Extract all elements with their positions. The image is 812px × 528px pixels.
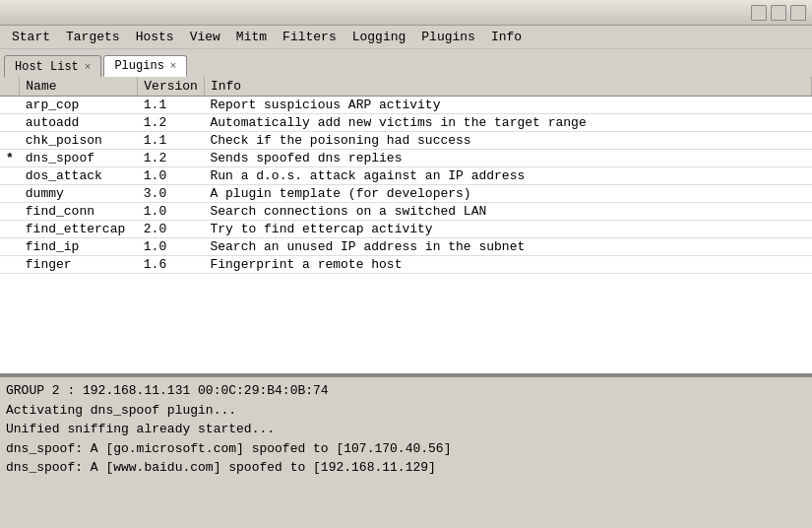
plugin-version: 1.1: [138, 132, 205, 150]
plugin-marker: [0, 132, 20, 150]
plugin-version: 1.1: [138, 97, 205, 114]
menu-item-start[interactable]: Start: [4, 28, 58, 46]
main-content: Name Version Info arp_cop1.1Report suspi…: [0, 77, 812, 528]
plugin-version: 3.0: [138, 185, 205, 203]
table-header-row: Name Version Info: [0, 77, 812, 97]
plugin-marker: [0, 167, 20, 185]
plugin-name: dns_spoof: [20, 150, 138, 167]
log-pane[interactable]: GROUP 2 : 192.168.11.131 00:0C:29:B4:0B:…: [0, 375, 812, 528]
log-line: dns_spoof: A [go.microsoft.com] spoofed …: [6, 439, 806, 459]
plugin-tbody: arp_cop1.1Report suspicious ARP activity…: [0, 97, 812, 274]
log-line: Unified sniffing already started...: [6, 420, 806, 439]
plugin-info: A plugin template (for developers): [204, 185, 811, 203]
plugin-version: 1.6: [138, 256, 205, 274]
window-controls[interactable]: [751, 5, 806, 21]
tab-close-icon[interactable]: ×: [85, 61, 92, 73]
menu-item-hosts[interactable]: Hosts: [128, 28, 182, 46]
tab-bar: Host List×Plugins×: [0, 49, 812, 77]
plugin-version: 1.0: [138, 238, 205, 256]
plugin-info: Report suspicious ARP activity: [204, 97, 811, 114]
plugin-name: find_ettercap: [20, 221, 138, 238]
table-row[interactable]: finger1.6Fingerprint a remote host: [0, 256, 812, 274]
plugin-info: Try to find ettercap activity: [204, 221, 811, 238]
log-line: Activating dns_spoof plugin...: [6, 401, 806, 421]
plugin-table-wrapper[interactable]: Name Version Info arp_cop1.1Report suspi…: [0, 77, 812, 373]
plugin-version: 2.0: [138, 221, 205, 238]
table-row[interactable]: find_ettercap2.0Try to find ettercap act…: [0, 221, 812, 238]
menu-item-logging[interactable]: Logging: [344, 28, 414, 46]
plugin-version: 1.2: [138, 114, 205, 132]
plugin-name: chk_poison: [20, 132, 138, 150]
menu-item-view[interactable]: View: [182, 28, 228, 46]
tab-label: Plugins: [114, 59, 163, 73]
plugin-info: Automatically add new victims in the tar…: [204, 114, 811, 132]
menu-item-plugins[interactable]: Plugins: [413, 28, 483, 46]
plugin-info: Search connections on a switched LAN: [204, 203, 811, 221]
plugin-marker: [0, 203, 20, 221]
plugin-marker: [0, 97, 20, 114]
title-bar: [0, 0, 812, 26]
menu-item-targets[interactable]: Targets: [58, 28, 128, 46]
tab-host-list[interactable]: Host List×: [4, 55, 101, 77]
col-header-version: Version: [138, 77, 205, 97]
plugin-name: find_ip: [20, 238, 138, 256]
tab-close-icon[interactable]: ×: [170, 60, 177, 72]
plugin-name: find_conn: [20, 203, 138, 221]
table-row[interactable]: find_ip1.0Search an unused IP address in…: [0, 238, 812, 256]
plugin-info: Fingerprint a remote host: [204, 256, 811, 274]
menu-bar: StartTargetsHostsViewMitmFiltersLoggingP…: [0, 26, 812, 49]
table-row[interactable]: *dns_spoof1.2Sends spoofed dns replies: [0, 150, 812, 167]
log-line: GROUP 2 : 192.168.11.131 00:0C:29:B4:0B:…: [6, 381, 806, 401]
close-button[interactable]: [790, 5, 806, 21]
table-row[interactable]: find_conn1.0Search connections on a swit…: [0, 203, 812, 221]
plugin-info: Check if the poisoning had success: [204, 132, 811, 150]
plugin-name: arp_cop: [20, 97, 138, 114]
menu-item-mitm[interactable]: Mitm: [228, 28, 275, 46]
table-row[interactable]: dummy3.0A plugin template (for developer…: [0, 185, 812, 203]
menu-item-info[interactable]: Info: [483, 28, 530, 46]
plugin-name: finger: [20, 256, 138, 274]
plugin-version: 1.0: [138, 167, 205, 185]
plugin-table: Name Version Info arp_cop1.1Report suspi…: [0, 77, 812, 274]
table-row[interactable]: dos_attack1.0Run a d.o.s. attack against…: [0, 167, 812, 185]
plugin-info: Run a d.o.s. attack against an IP addres…: [204, 167, 811, 185]
plugin-marker: *: [0, 150, 20, 167]
plugin-name: autoadd: [20, 114, 138, 132]
plugin-version: 1.0: [138, 203, 205, 221]
plugin-info: Search an unused IP address in the subne…: [204, 238, 811, 256]
tab-plugins[interactable]: Plugins×: [103, 55, 187, 77]
plugin-marker: [0, 185, 20, 203]
plugin-name: dummy: [20, 185, 138, 203]
table-row[interactable]: chk_poison1.1Check if the poisoning had …: [0, 132, 812, 150]
plugin-marker: [0, 256, 20, 274]
plugin-marker: [0, 238, 20, 256]
maximize-button[interactable]: [771, 5, 786, 21]
plugin-name: dos_attack: [20, 167, 138, 185]
log-line: dns_spoof: A [www.baidu.com] spoofed to …: [6, 458, 806, 478]
col-header-info: Info: [204, 77, 811, 97]
minimize-button[interactable]: [751, 5, 767, 21]
col-header-marker: [0, 77, 20, 97]
tab-label: Host List: [15, 60, 79, 74]
table-row[interactable]: arp_cop1.1Report suspicious ARP activity: [0, 97, 812, 114]
plugin-marker: [0, 221, 20, 238]
plugin-version: 1.2: [138, 150, 205, 167]
col-header-name: Name: [20, 77, 138, 97]
plugin-info: Sends spoofed dns replies: [204, 150, 811, 167]
menu-item-filters[interactable]: Filters: [275, 28, 344, 46]
plugin-marker: [0, 114, 20, 132]
table-row[interactable]: autoadd1.2Automatically add new victims …: [0, 114, 812, 132]
plugin-pane: Name Version Info arp_cop1.1Report suspi…: [0, 77, 812, 375]
